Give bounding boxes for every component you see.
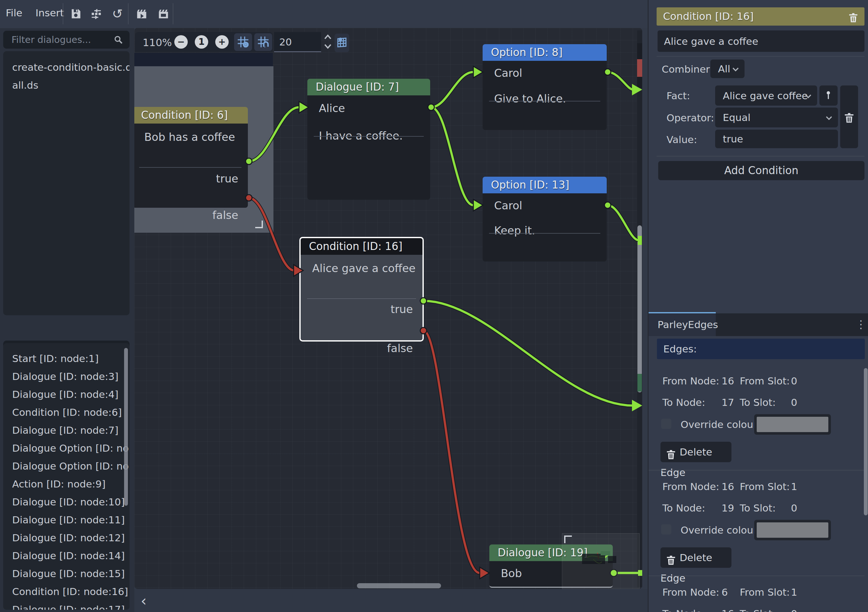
run-dialogue-icon[interactable]: [136, 8, 148, 20]
filter-dialogues-input[interactable]: [3, 31, 130, 49]
dialogue-file-item[interactable]: create-condition-basic.ds: [3, 58, 130, 76]
edge-to-row: To Node: 19 To Slot: 0: [649, 497, 865, 519]
node-dialogue-7[interactable]: Dialogue [ID: 7] Alice I have a coffee.: [307, 79, 430, 200]
node-list-item[interactable]: Condition [ID: node:16]: [3, 582, 130, 601]
node-option-13[interactable]: Option [ID: 13] Carol Keep it.: [483, 177, 607, 261]
node-list-item[interactable]: Dialogue [ID: node:14]: [3, 547, 130, 565]
collapse-sidebar-icon[interactable]: ‹: [141, 592, 146, 609]
value-input[interactable]: true: [715, 130, 838, 148]
condition-name-input[interactable]: [657, 30, 865, 52]
chevron-down-icon: [804, 91, 813, 100]
save-icon[interactable]: [70, 8, 82, 20]
node-list-item[interactable]: Dialogue [ID: node:11]: [3, 511, 130, 529]
offscreen-marker-red: [637, 59, 642, 77]
fact-select[interactable]: Alice gave coffee: [715, 85, 817, 106]
graph-canvas[interactable]: Condition [ID: 6] Bob has a coffee true …: [134, 28, 642, 589]
node-list-item[interactable]: Dialogue [ID: node:4]: [3, 385, 130, 403]
override-colour-row: Override colour:: [649, 519, 865, 545]
dialogue-file-item[interactable]: all.ds: [3, 76, 130, 94]
node-list-item[interactable]: Dialogue [ID: node:10]: [3, 493, 130, 511]
node-list-item[interactable]: Dialogue Option [ID: no...: [3, 457, 130, 475]
arrange-nodes-icon[interactable]: [90, 8, 102, 20]
colour-picker[interactable]: [754, 520, 831, 540]
to-node-value: 19: [722, 502, 734, 514]
node-list: Start [ID: node:1]Dialogue [ID: node:3]D…: [3, 343, 130, 610]
filter-dialogues-field[interactable]: [3, 31, 130, 49]
edge-entry: From Node: 16 From Slot: 0 To Node: 17 T…: [649, 365, 865, 470]
fact-label: Fact:: [666, 90, 690, 101]
operator-select[interactable]: Equal: [715, 107, 838, 127]
edges-section-header: Edges:: [657, 339, 865, 359]
delete-edge-button[interactable]: Delete Edge: [660, 442, 732, 462]
run-scene-icon[interactable]: [157, 8, 169, 20]
offscreen-marker-green: [637, 374, 642, 391]
delete-node-icon[interactable]: [848, 11, 859, 22]
menu-insert[interactable]: Insert: [30, 0, 70, 19]
node-list-item[interactable]: Action [ID: node:9]: [3, 475, 130, 493]
colour-swatch: [757, 417, 828, 432]
snap-grid-button[interactable]: [254, 33, 272, 51]
dialogue-file-list: create-condition-basic.dsall.ds: [3, 51, 130, 315]
menu-file[interactable]: File: [0, 0, 28, 19]
zoom-out-button[interactable]: −: [174, 35, 188, 49]
operator-value: Equal: [723, 112, 751, 123]
trash-icon: [665, 552, 676, 563]
edge-opt8-offscreen: [608, 72, 633, 90]
node-list-item[interactable]: Start [ID: node:1]: [3, 349, 130, 367]
node-list-item[interactable]: Dialogue [ID: node:7]: [3, 421, 130, 439]
override-colour-checkbox[interactable]: [661, 524, 671, 534]
tab-parleyedges[interactable]: ParleyEdges: [649, 313, 716, 336]
toggle-minimap-button[interactable]: [335, 34, 349, 52]
combiner-select[interactable]: All: [710, 59, 744, 78]
from-node-label: From Node:: [662, 481, 719, 492]
delete-edge-button[interactable]: Delete Edge: [660, 547, 732, 568]
node-list-scrollbar[interactable]: [124, 348, 128, 506]
show-grid-button[interactable]: [234, 33, 252, 51]
colour-picker[interactable]: [754, 414, 831, 435]
node-list-item[interactable]: Dialogue [ID: node:12]: [3, 529, 130, 547]
graph-frame-titlebar[interactable]: [134, 53, 273, 66]
canvas-footer: ‹: [134, 589, 648, 612]
edge-dlg7-to-opt8: [431, 72, 473, 107]
undo-icon[interactable]: ↺: [111, 8, 124, 20]
value-value: true: [723, 133, 743, 144]
dialogue-text: I have a coffee.: [307, 115, 430, 142]
node-condition-16-selected[interactable]: Condition [ID: 16] Alice gave a coffee t…: [299, 237, 424, 342]
node-list-item[interactable]: Dialogue [ID: node:17]: [3, 601, 130, 610]
fact-pin-button[interactable]: [819, 85, 838, 106]
input-arrow-opt13: [473, 199, 483, 211]
dialogue-speaker: Alice: [307, 95, 430, 115]
canvas-vertical-scrollbar[interactable]: [637, 30, 642, 587]
frame-resize-handle[interactable]: [255, 221, 263, 228]
value-label: Value:: [666, 134, 697, 145]
edge-entry: From Node: 6 From Slot: 1 To Node: 16 To…: [649, 576, 865, 612]
node-option-8[interactable]: Option [ID: 8] Carol Give to Alice.: [483, 44, 607, 130]
pin-icon: [823, 90, 834, 101]
divider: [307, 298, 416, 299]
delete-condition-row-button[interactable]: [840, 85, 858, 148]
node-condition-6[interactable]: Condition [ID: 6] Bob has a coffee true …: [134, 107, 248, 208]
vscroll-thumb[interactable]: [637, 225, 642, 392]
node-list-item[interactable]: Dialogue [ID: node:3]: [3, 367, 130, 385]
dock-menu-icon[interactable]: ⋮: [856, 318, 866, 331]
snap-spinner[interactable]: [322, 32, 333, 52]
from-slot-label: From Slot:: [740, 481, 790, 492]
snap-distance-field[interactable]: 20: [274, 32, 321, 52]
to-node-value: 16: [722, 608, 734, 612]
add-condition-button[interactable]: Add Condition: [658, 161, 865, 180]
canvas-horizontal-scrollbar[interactable]: [357, 583, 441, 588]
zoom-reset-button[interactable]: 1: [195, 35, 208, 49]
operator-label: Operator:: [666, 112, 714, 124]
divider: [657, 56, 865, 57]
combiner-label: Combiner:: [662, 64, 713, 75]
from-slot-value: 1: [791, 481, 797, 492]
override-colour-checkbox[interactable]: [661, 419, 671, 429]
node-list-item[interactable]: Dialogue Option [ID: no...: [3, 439, 130, 457]
graph-minimap[interactable]: [562, 533, 640, 589]
node-list-item[interactable]: Condition [ID: node:6]: [3, 403, 130, 421]
left-sidebar: create-condition-basic.dsall.ds Start [I…: [0, 28, 134, 612]
trash-icon: [665, 446, 676, 457]
zoom-in-button[interactable]: +: [215, 35, 229, 49]
node-list-item[interactable]: Dialogue [ID: node:15]: [3, 565, 130, 582]
edges-scrollbar[interactable]: [864, 368, 868, 515]
